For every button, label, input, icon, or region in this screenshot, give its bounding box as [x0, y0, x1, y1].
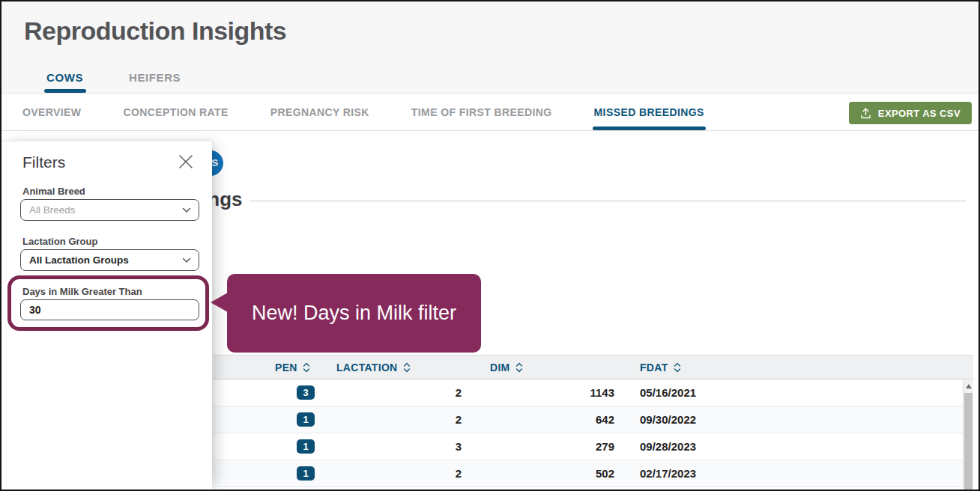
filters-title: Filters [22, 153, 65, 171]
top-header: Reproduction Insights COWS HEIFERS [1, 1, 979, 94]
sort-icon[interactable] [403, 362, 411, 373]
lactation-value: 3 [456, 440, 490, 453]
lactation-group-select[interactable]: All Lactation Groups [20, 249, 199, 271]
table-header-row: PEN LACTATION DIM FDAT [214, 355, 973, 379]
callout-text: New! Days in Milk filter [252, 302, 456, 325]
fdat-value: 05/16/2021 [640, 386, 696, 399]
section-divider [249, 201, 966, 201]
animal-breed-select[interactable]: All Breeds [20, 199, 199, 221]
column-header-dim[interactable]: DIM [490, 362, 640, 373]
tab-heifers[interactable]: HEIFERS [129, 71, 181, 84]
tab-cows[interactable]: COWS [46, 71, 83, 84]
fdat-value: 02/17/2023 [640, 467, 696, 480]
subtab-missed-breedings[interactable]: MISSED BREEDINGS [594, 94, 704, 131]
column-label: PEN [275, 362, 297, 373]
chevron-down-icon [182, 207, 191, 213]
column-label: DIM [490, 362, 510, 373]
chevron-down-icon [182, 257, 191, 263]
table-row[interactable]: 1 2 642 09/30/2022 [214, 406, 973, 433]
fdat-value: 09/28/2023 [640, 440, 696, 453]
lactation-value: 2 [456, 413, 490, 426]
subtab-conception-rate[interactable]: CONCEPTION RATE [123, 94, 228, 131]
lactation-group-value: All Lactation Groups [29, 254, 182, 266]
dim-value: 642 [596, 413, 640, 426]
dim-value: 279 [596, 440, 640, 453]
days-in-milk-label: Days in Milk Greater Than [22, 286, 142, 297]
pen-badge: 3 [297, 385, 315, 400]
sort-icon[interactable] [303, 362, 310, 373]
subtab-bar: OVERVIEW CONCEPTION RATE PREGNANCY RISK … [1, 94, 979, 131]
column-label: FDAT [640, 362, 668, 373]
table-row[interactable]: 1 3 279 09/28/2023 [214, 433, 973, 460]
column-header-pen[interactable]: PEN [275, 362, 336, 373]
table-row[interactable]: 1 2 502 02/17/2023 [214, 460, 973, 487]
new-filter-callout: New! Days in Milk filter [227, 274, 481, 353]
missed-breedings-table: PEN LACTATION DIM FDAT [214, 355, 973, 490]
pen-badge: 1 [297, 412, 315, 427]
subtab-overview[interactable]: OVERVIEW [22, 94, 81, 131]
page-title: Reproduction Insights [24, 16, 286, 46]
animal-breed-value: All Breeds [29, 204, 182, 216]
dim-value: 1143 [590, 386, 640, 399]
column-label: LACTATION [336, 362, 398, 373]
fdat-value: 09/30/2022 [640, 413, 696, 426]
lactation-value: 2 [456, 386, 490, 399]
export-csv-button[interactable]: EXPORT AS CSV [849, 102, 972, 124]
lactation-value: 2 [456, 467, 490, 480]
export-upload-icon [860, 108, 871, 119]
pen-badge: 1 [297, 439, 315, 454]
pen-badge: 1 [297, 466, 315, 481]
sort-icon[interactable] [515, 362, 523, 373]
lactation-group-label: Lactation Group [22, 236, 97, 247]
table-row[interactable]: 3 2 1143 05/16/2021 [214, 379, 973, 406]
table-scrollbar[interactable] [963, 380, 973, 490]
export-csv-label: EXPORT AS CSV [878, 108, 961, 119]
close-icon[interactable] [177, 153, 195, 171]
active-tab-underline [44, 89, 86, 93]
filters-panel: Filters Animal Breed All Breeds Lactatio… [1, 141, 212, 490]
dim-value: 502 [596, 467, 640, 480]
column-header-lactation[interactable]: LACTATION [336, 362, 490, 373]
app-window: Reproduction Insights COWS HEIFERS OVERV… [0, 0, 980, 491]
days-in-milk-input[interactable] [20, 299, 199, 320]
section-count-badge-text: s [211, 155, 218, 170]
animal-breed-label: Animal Breed [22, 186, 85, 197]
subtab-time-of-first-breeding[interactable]: TIME OF FIRST BREEDING [411, 94, 552, 131]
scrollbar-thumb[interactable] [964, 393, 973, 490]
scrollbar-up-arrow[interactable] [964, 380, 973, 392]
callout-arrow [211, 293, 228, 312]
column-header-fdat[interactable]: FDAT [640, 362, 973, 373]
subtab-pregnancy-risk[interactable]: PREGNANCY RISK [270, 94, 369, 131]
sort-icon[interactable] [674, 362, 681, 373]
